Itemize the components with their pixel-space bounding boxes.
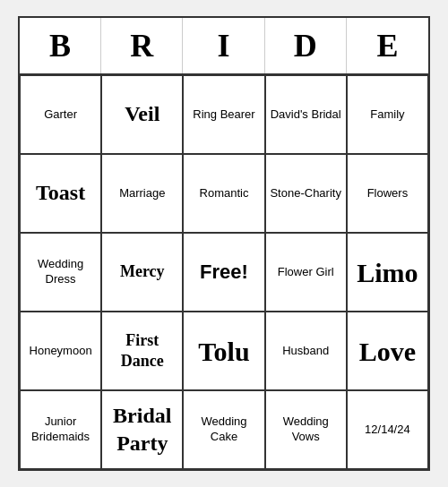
bingo-cell: Family bbox=[347, 75, 428, 154]
cell-text: Tolu bbox=[198, 334, 249, 369]
bingo-cell: 12/14/24 bbox=[347, 390, 428, 469]
cell-text: Family bbox=[370, 107, 404, 123]
cell-text: Romantic bbox=[200, 186, 249, 201]
bingo-cell: Garter bbox=[20, 75, 101, 154]
bingo-cell: Stone-Charity bbox=[265, 154, 347, 233]
cell-text: Wedding Vows bbox=[270, 414, 342, 445]
bingo-cell: Love bbox=[347, 312, 428, 390]
cell-text: Toast bbox=[36, 179, 85, 207]
bingo-cell: Marriage bbox=[101, 154, 183, 233]
cell-text: Flower Girl bbox=[278, 265, 334, 280]
bingo-cell: Bridal Party bbox=[101, 390, 183, 469]
cell-text: Mercy bbox=[120, 261, 165, 282]
cell-text: David's Bridal bbox=[271, 107, 341, 123]
cell-text: Flowers bbox=[367, 186, 409, 201]
bingo-cell: Honeymoon bbox=[20, 312, 101, 390]
cell-text: Limo bbox=[357, 255, 418, 290]
cell-text: Bridal Party bbox=[106, 402, 178, 457]
header-letter: E bbox=[347, 18, 428, 73]
bingo-cell: Toast bbox=[20, 154, 101, 233]
bingo-cell: Ring Bearer bbox=[183, 75, 264, 154]
bingo-cell: Wedding Dress bbox=[20, 233, 101, 312]
cell-text: Ring Bearer bbox=[193, 107, 254, 123]
bingo-cell: Veil bbox=[101, 75, 183, 154]
cell-text: Honeymoon bbox=[30, 344, 92, 359]
bingo-cell: Junior Bridemaids bbox=[20, 390, 101, 469]
bingo-cell: Romantic bbox=[183, 154, 264, 233]
header-letter: R bbox=[101, 18, 183, 73]
bingo-cell: Limo bbox=[347, 233, 428, 312]
bingo-cell: Wedding Cake bbox=[183, 390, 264, 469]
header-letter: B bbox=[20, 18, 101, 73]
cell-text: Junior Bridemaids bbox=[24, 414, 97, 445]
bingo-cell: Flower Girl bbox=[265, 233, 347, 312]
cell-text: Marriage bbox=[119, 186, 165, 201]
bingo-card: BRIDE GarterVeilRing BearerDavid's Brida… bbox=[18, 16, 430, 471]
bingo-cell: Wedding Vows bbox=[265, 390, 347, 469]
bingo-cell: Tolu bbox=[183, 312, 264, 390]
cell-text: First Dance bbox=[106, 330, 178, 372]
bingo-grid: GarterVeilRing BearerDavid's BridalFamil… bbox=[20, 75, 428, 469]
cell-text: Garter bbox=[44, 107, 77, 123]
cell-text: Wedding Cake bbox=[187, 414, 260, 445]
bingo-cell: Flowers bbox=[347, 154, 428, 233]
bingo-cell: David's Bridal bbox=[265, 75, 347, 154]
bingo-cell: Free! bbox=[183, 233, 264, 312]
header-letter: D bbox=[265, 18, 347, 73]
bingo-header: BRIDE bbox=[20, 18, 428, 75]
bingo-cell: First Dance bbox=[101, 312, 183, 390]
cell-text: 12/14/24 bbox=[365, 423, 410, 438]
cell-text: Free! bbox=[200, 260, 248, 286]
header-letter: I bbox=[183, 18, 264, 73]
cell-text: Stone-Charity bbox=[270, 186, 340, 201]
bingo-cell: Husband bbox=[265, 312, 347, 390]
cell-text: Husband bbox=[282, 344, 329, 359]
bingo-cell: Mercy bbox=[101, 233, 183, 312]
cell-text: Wedding Dress bbox=[24, 257, 97, 287]
cell-text: Love bbox=[359, 334, 416, 369]
cell-text: Veil bbox=[125, 100, 159, 128]
